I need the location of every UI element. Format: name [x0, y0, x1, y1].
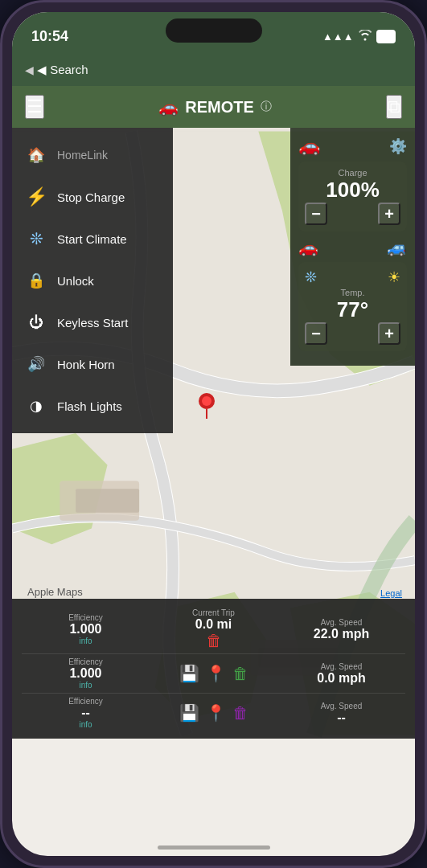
save-icon-2[interactable]: 💾 [179, 664, 199, 683]
location-icon-3[interactable]: 📍 [206, 703, 226, 723]
phone-screen: 10:54 ▲▲▲ 75 ◀ ◀ Search [12, 12, 415, 856]
avg-speed-label-1: Avg. Speed [277, 618, 405, 627]
stats-efficiency-3: Efficiency -- info [22, 697, 150, 729]
trash-icon-1[interactable]: 🗑 [150, 632, 277, 650]
stats-icons-row-3: 💾 📍 🗑 [150, 703, 277, 723]
charge-label: Charge [305, 168, 400, 178]
stop-charge-label: Stop Charge [57, 190, 125, 204]
svg-rect-6 [76, 489, 139, 513]
sidebar-item-unlock[interactable]: 🔒 Unlock [12, 260, 173, 301]
maps-text: Apple Maps [27, 586, 83, 598]
right-panel: 🚗 ⚙️ Charge 100% − + 🚗 🚙 [290, 128, 415, 366]
stats-row-2: Efficiency 1.000 info 💾 📍 🗑 Avg. Speed 0… [22, 654, 405, 694]
car-panel-icon: 🚗 [298, 136, 320, 157]
charge-minus-button[interactable]: − [305, 203, 327, 225]
stats-efficiency-2: Efficiency 1.000 info [22, 657, 150, 690]
stats-row-1: Efficiency 1.000 info Current Trip 0.0 m… [22, 605, 405, 654]
avg-speed-label-3: Avg. Speed [277, 702, 405, 710]
keyless-start-label: Keyless Start [57, 316, 128, 330]
title-text: REMOTE [185, 98, 254, 117]
climate-icons-row: 🚗 🚙 [298, 238, 407, 257]
location-icon-2[interactable]: 📍 [206, 664, 226, 683]
sun-icon: ☀ [388, 268, 400, 286]
lightning-icon: ⚡ [25, 186, 47, 208]
wifi-icon [359, 30, 372, 43]
efficiency-label-3: Efficiency [22, 697, 150, 706]
trash-icon-3[interactable]: 🗑 [232, 704, 248, 723]
horn-icon: 🔊 [25, 353, 47, 375]
unlock-label: Unlock [57, 274, 94, 288]
efficiency-value-3: -- [22, 706, 150, 720]
car-front-icon: 🚗 [298, 238, 318, 257]
power-icon: ⏻ [25, 311, 47, 334]
info-icon[interactable]: ⓘ [261, 100, 272, 114]
temp-value: 77° [305, 297, 400, 322]
sidebar-item-honk-horn[interactable]: 🔊 Honk Horn [12, 343, 173, 385]
efficiency-info-1[interactable]: info [22, 637, 150, 645]
settings-icon[interactable]: ⚙️ [389, 137, 407, 155]
temp-controls: − + [305, 322, 400, 345]
sidebar-item-homelink[interactable]: 🏠 HomeLink [12, 134, 173, 176]
efficiency-value-2: 1.000 [22, 666, 150, 681]
search-label: ◀ Search [37, 63, 88, 77]
home-icon: 🏠 [25, 144, 47, 166]
apple-maps-label: Apple Maps [25, 586, 83, 598]
save-icon-3[interactable]: 💾 [179, 703, 199, 723]
status-time: 10:54 [31, 28, 68, 45]
efficiency-label-1: Efficiency [22, 613, 150, 622]
charge-value: 100% [305, 178, 400, 203]
avg-speed-value-2: 0.0 mph [277, 671, 405, 686]
nav-bar: ◀ ◀ Search [12, 54, 415, 86]
home-indicator [158, 845, 270, 850]
charge-controls: − + [305, 203, 400, 225]
stats-avg-speed-3: Avg. Speed -- [277, 702, 405, 725]
status-bar: 10:54 ▲▲▲ 75 [12, 12, 415, 54]
hamburger-button[interactable]: ☰ [25, 95, 44, 119]
battery-icon: 75 [376, 30, 396, 43]
temp-section: ❊ ☀ Temp. 77° − + [298, 262, 407, 351]
phone-frame: 10:54 ▲▲▲ 75 ◀ ◀ Search [0, 0, 427, 868]
lights-icon: ◑ [25, 395, 47, 417]
main-area: 🏠 HomeLink ⚡ Stop Charge ❊ Start Climate… [12, 128, 415, 739]
efficiency-label-2: Efficiency [22, 657, 150, 666]
charge-section: Charge 100% − + [298, 162, 407, 231]
app-header: ☰ 🚗 REMOTE ⓘ ⧉ [12, 86, 415, 128]
charge-plus-button[interactable]: + [378, 203, 400, 225]
legal-link[interactable]: Legal [380, 588, 402, 598]
efficiency-info-3[interactable]: info [22, 720, 150, 729]
layers-button[interactable]: ⧉ [386, 95, 402, 119]
status-icons: ▲▲▲ 75 [322, 30, 396, 43]
stats-trip-1: Current Trip 0.0 mi 🗑 [150, 608, 277, 650]
svg-point-10 [202, 396, 211, 406]
stats-avg-speed-1: Avg. Speed 22.0 mph [277, 618, 405, 641]
temp-plus-button[interactable]: + [378, 322, 400, 345]
back-arrow-icon: ◀ [25, 63, 34, 76]
sidebar-item-start-climate[interactable]: ❊ Start Climate [12, 218, 173, 260]
avg-speed-value-1: 22.0 mph [277, 627, 405, 641]
stats-panel: Efficiency 1.000 info Current Trip 0.0 m… [12, 599, 415, 739]
trip-label-1: Current Trip [150, 608, 277, 617]
temp-minus-button[interactable]: − [305, 322, 327, 345]
trip-value-1: 0.0 mi [150, 617, 277, 632]
homelink-label: HomeLink [57, 149, 108, 162]
legal-text: Legal [380, 588, 402, 598]
sidebar-item-keyless-start[interactable]: ⏻ Keyless Start [12, 301, 173, 343]
sidebar-item-stop-charge[interactable]: ⚡ Stop Charge [12, 176, 173, 218]
sidebar: 🏠 HomeLink ⚡ Stop Charge ❊ Start Climate… [12, 128, 173, 433]
stats-efficiency-1: Efficiency 1.000 info [22, 613, 150, 645]
trash-icon-2[interactable]: 🗑 [232, 665, 248, 683]
lock-icon: 🔒 [25, 269, 47, 292]
sidebar-item-flash-lights[interactable]: ◑ Flash Lights [12, 385, 173, 427]
car-back-icon: 🚙 [387, 238, 407, 257]
flash-lights-label: Flash Lights [57, 399, 122, 413]
stats-avg-speed-2: Avg. Speed 0.0 mph [277, 662, 405, 686]
nav-back[interactable]: ◀ ◀ Search [25, 63, 88, 77]
start-climate-label: Start Climate [57, 232, 127, 246]
efficiency-info-2[interactable]: info [22, 681, 150, 690]
stats-row-3: Efficiency -- info 💾 📍 🗑 Avg. Speed -- [22, 694, 405, 732]
snowflake-icon: ❊ [305, 268, 317, 286]
avg-speed-value-3: -- [277, 710, 405, 725]
avg-speed-label-2: Avg. Speed [277, 662, 405, 671]
map-pin [197, 393, 216, 423]
stats-icons-row-2: 💾 📍 🗑 [150, 664, 277, 683]
